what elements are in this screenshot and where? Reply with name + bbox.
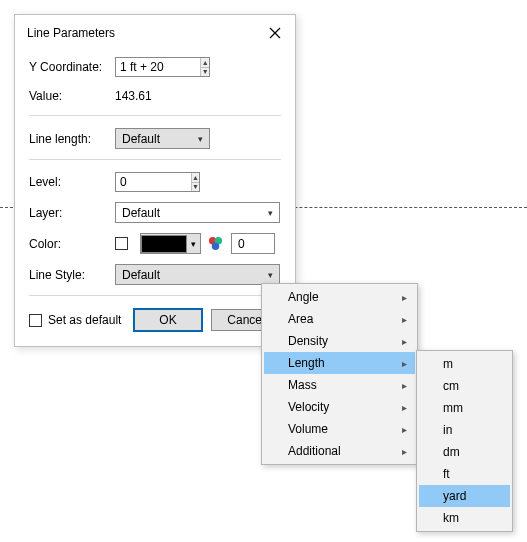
chevron-right-icon: ▸ bbox=[402, 424, 407, 435]
separator bbox=[29, 159, 281, 160]
menu-item-label: Additional bbox=[288, 444, 341, 458]
layer-label: Layer: bbox=[29, 206, 115, 220]
linelength-combo[interactable]: Default ▾ bbox=[115, 128, 210, 149]
linestyle-label: Line Style: bbox=[29, 268, 115, 282]
menu-item-label: Density bbox=[288, 334, 328, 348]
ycoord-spin-up[interactable]: ▲ bbox=[201, 58, 209, 68]
menu-item-label: dm bbox=[443, 445, 460, 459]
menu-item-label: Volume bbox=[288, 422, 328, 436]
menu-item-label: yard bbox=[443, 489, 466, 503]
titlebar: Line Parameters bbox=[15, 15, 295, 53]
color-number: 0 bbox=[238, 237, 245, 251]
menu-item-label: Velocity bbox=[288, 400, 329, 414]
linelength-label: Line length: bbox=[29, 132, 115, 146]
separator bbox=[29, 295, 281, 296]
svg-point-2 bbox=[211, 243, 219, 251]
menu-item-mm[interactable]: mm bbox=[419, 397, 510, 419]
chevron-right-icon: ▸ bbox=[402, 336, 407, 347]
setdefault-checkbox[interactable] bbox=[29, 314, 42, 327]
linestyle-value: Default bbox=[116, 268, 262, 282]
color-checkbox[interactable] bbox=[115, 237, 128, 250]
value-text: 143.61 bbox=[115, 87, 152, 105]
menu-item-mass[interactable]: Mass▸ bbox=[264, 374, 415, 396]
menu-item-area[interactable]: Area▸ bbox=[264, 308, 415, 330]
chevron-down-icon: ▾ bbox=[192, 134, 209, 144]
ycoord-spinner[interactable]: ▲ ▼ bbox=[115, 57, 210, 77]
chevron-right-icon: ▸ bbox=[402, 314, 407, 325]
color-combo[interactable]: ▾ bbox=[140, 233, 201, 254]
color-label: Color: bbox=[29, 237, 115, 251]
level-spin-up[interactable]: ▲ bbox=[192, 173, 199, 183]
menu-item-ft[interactable]: ft bbox=[419, 463, 510, 485]
layer-value: Default bbox=[116, 206, 262, 220]
color-swatch bbox=[141, 235, 187, 253]
menu-item-label: cm bbox=[443, 379, 459, 393]
level-spinner[interactable]: ▲ ▼ bbox=[115, 172, 200, 192]
menu-item-label: Length bbox=[288, 356, 325, 370]
linestyle-combo[interactable]: Default ▾ bbox=[115, 264, 280, 285]
dialog-title: Line Parameters bbox=[27, 26, 115, 40]
linelength-value: Default bbox=[116, 132, 192, 146]
menu-item-m[interactable]: m bbox=[419, 353, 510, 375]
length-unit-menu: mcmmmindmftyardkm bbox=[416, 350, 513, 532]
chevron-down-icon: ▾ bbox=[262, 270, 279, 280]
close-icon[interactable] bbox=[265, 23, 285, 43]
unit-category-menu: Angle▸Area▸Density▸Length▸Mass▸Velocity▸… bbox=[261, 283, 418, 465]
level-label: Level: bbox=[29, 175, 115, 189]
color-number-field[interactable]: 0 bbox=[231, 233, 275, 254]
menu-item-label: Angle bbox=[288, 290, 319, 304]
menu-item-label: Mass bbox=[288, 378, 317, 392]
menu-item-velocity[interactable]: Velocity▸ bbox=[264, 396, 415, 418]
setdefault-label: Set as default bbox=[48, 313, 121, 327]
ycoord-label: Y Coordinate: bbox=[29, 60, 115, 74]
chevron-right-icon: ▸ bbox=[402, 380, 407, 391]
menu-item-yard[interactable]: yard bbox=[419, 485, 510, 507]
chevron-right-icon: ▸ bbox=[402, 358, 407, 369]
chevron-right-icon: ▸ bbox=[402, 446, 407, 457]
chevron-right-icon: ▸ bbox=[402, 402, 407, 413]
level-input[interactable] bbox=[116, 173, 191, 191]
chevron-down-icon: ▾ bbox=[262, 208, 279, 218]
menu-item-additional[interactable]: Additional▸ bbox=[264, 440, 415, 462]
menu-item-angle[interactable]: Angle▸ bbox=[264, 286, 415, 308]
menu-item-length[interactable]: Length▸ bbox=[264, 352, 415, 374]
menu-item-label: m bbox=[443, 357, 453, 371]
ycoord-input[interactable] bbox=[116, 58, 200, 76]
menu-item-label: Area bbox=[288, 312, 313, 326]
chevron-down-icon: ▾ bbox=[187, 239, 200, 249]
menu-item-label: ft bbox=[443, 467, 450, 481]
value-label: Value: bbox=[29, 89, 115, 103]
menu-item-label: km bbox=[443, 511, 459, 525]
layer-combo[interactable]: Default ▾ bbox=[115, 202, 280, 223]
palette-icon[interactable] bbox=[205, 234, 225, 254]
menu-item-label: mm bbox=[443, 401, 463, 415]
menu-item-density[interactable]: Density▸ bbox=[264, 330, 415, 352]
menu-item-dm[interactable]: dm bbox=[419, 441, 510, 463]
menu-item-in[interactable]: in bbox=[419, 419, 510, 441]
chevron-right-icon: ▸ bbox=[402, 292, 407, 303]
menu-item-cm[interactable]: cm bbox=[419, 375, 510, 397]
menu-item-label: in bbox=[443, 423, 452, 437]
separator bbox=[29, 115, 281, 116]
menu-item-volume[interactable]: Volume▸ bbox=[264, 418, 415, 440]
level-spin-down[interactable]: ▼ bbox=[192, 183, 199, 192]
line-parameters-dialog: Line Parameters Y Coordinate: ▲ ▼ Value:… bbox=[14, 14, 296, 347]
ok-button[interactable]: OK bbox=[133, 308, 203, 332]
menu-item-km[interactable]: km bbox=[419, 507, 510, 529]
ycoord-spin-down[interactable]: ▼ bbox=[201, 68, 209, 77]
